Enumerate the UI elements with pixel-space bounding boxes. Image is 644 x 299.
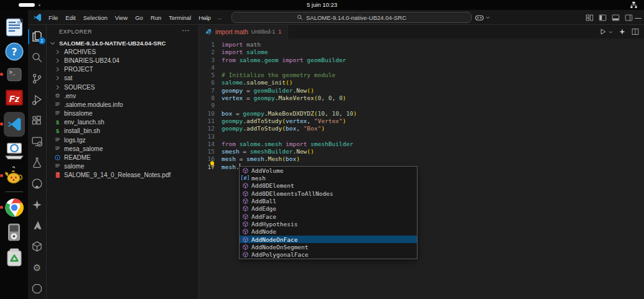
dock-media-player-icon[interactable] bbox=[4, 223, 25, 242]
code-line-15[interactable]: 15smesh = smeshBuilder.New() bbox=[199, 148, 644, 155]
suggest-item-AddBall[interactable]: AddBall bbox=[240, 197, 417, 205]
code-line-7[interactable]: 7geompy = geomBuilder.New() bbox=[199, 87, 644, 94]
customize-layout-icon[interactable] bbox=[586, 14, 594, 22]
suggest-item-AddPolygonalFace[interactable]: AddPolygonalFace bbox=[240, 251, 417, 259]
code-line-4[interactable]: 4 bbox=[199, 64, 644, 71]
dock-terminal-icon[interactable]: >_ bbox=[4, 66, 25, 83]
activity-cube-icon[interactable] bbox=[28, 236, 47, 257]
tab-untitled-1[interactable]: import math Untitled-1 1 bbox=[199, 25, 288, 39]
dock-libreoffice-writer-icon[interactable] bbox=[4, 17, 25, 37]
dock-chrome-icon[interactable] bbox=[4, 197, 25, 218]
tree-folder-ARCHIVES[interactable]: ARCHIVES bbox=[47, 47, 198, 56]
more-actions-icon[interactable]: ⋯ bbox=[182, 26, 190, 35]
dock-trash-icon[interactable] bbox=[4, 246, 25, 267]
nav-back-icon[interactable]: ← bbox=[203, 14, 210, 21]
toggle-sidebar-icon[interactable] bbox=[599, 14, 607, 22]
nav-forward-icon[interactable]: → bbox=[216, 14, 223, 21]
code-line-3[interactable]: 3from salome.geom import geomBuilder bbox=[199, 57, 644, 64]
tree-file-logs.tgz[interactable]: logs.tgz bbox=[47, 136, 198, 144]
toggle-panel-icon[interactable] bbox=[612, 14, 620, 22]
window-minimize-button[interactable]: — bbox=[635, 10, 642, 25]
tree-file-.env[interactable]: ⚙.env bbox=[47, 91, 198, 100]
code-line-16[interactable]: 16mesh = smesh.Mesh(box) bbox=[199, 155, 644, 163]
copilot-menu[interactable] bbox=[475, 12, 490, 23]
tree-file-README[interactable]: README bbox=[47, 153, 198, 162]
code-line-14[interactable]: 14from salome.smesh import smeshBuilder bbox=[199, 140, 644, 148]
code-line-5[interactable]: 5# Initialize the geometry module bbox=[199, 71, 644, 79]
sparkle-icon[interactable] bbox=[618, 28, 626, 35]
code-line-9[interactable]: 9 bbox=[199, 102, 644, 109]
suggest-widget: AddVolume[ø]meshAdd0DElementAdd0DElement… bbox=[239, 166, 418, 259]
tree-file-mesa_salome[interactable]: mesa_salome bbox=[47, 144, 198, 153]
code-line-1[interactable]: 1import math bbox=[199, 41, 644, 48]
line-number: 5 bbox=[199, 71, 222, 79]
dock-teapot-app-icon[interactable] bbox=[4, 165, 25, 186]
code-line-6[interactable]: 6salome.salome_init() bbox=[199, 79, 644, 86]
tree-folder-SOURCES[interactable]: SOURCES bbox=[47, 83, 198, 91]
code-line-8[interactable]: 8vertex = geompy.MakeVertex(0, 0, 0) bbox=[199, 94, 644, 102]
suggest-item-AddFace[interactable]: AddFace bbox=[240, 213, 417, 220]
toggle-secondary-sidebar-icon[interactable] bbox=[625, 14, 633, 22]
dock-help-icon[interactable]: ? bbox=[4, 42, 25, 62]
tree-folder-BINARIES-UB24.04[interactable]: BINARIES-UB24.04 bbox=[47, 56, 198, 65]
suggest-item-AddVolume[interactable]: AddVolume bbox=[240, 167, 417, 174]
activity-source-control-icon[interactable] bbox=[28, 68, 47, 90]
code-line-10[interactable]: 10box = geompy.MakeBoxDXDYDZ(10, 10, 10) bbox=[199, 110, 644, 117]
activity-run-debug-icon[interactable] bbox=[28, 89, 47, 110]
activity-octagon-icon[interactable] bbox=[28, 278, 47, 299]
tree-folder-sat[interactable]: sat bbox=[47, 74, 198, 83]
split-editor-icon[interactable] bbox=[632, 28, 639, 35]
run-dropdown-chevron-icon[interactable] bbox=[609, 30, 613, 34]
menu-go[interactable]: Go bbox=[131, 12, 147, 23]
copilot-icon bbox=[475, 13, 484, 22]
desktop: 5 juin 10:23 ?>_Fz FileEditSelectionView… bbox=[0, 0, 644, 299]
tree-file-salome[interactable]: salome bbox=[47, 162, 198, 171]
activity-search-icon[interactable] bbox=[28, 47, 47, 68]
run-python-icon[interactable] bbox=[599, 28, 607, 35]
code-line-12[interactable]: 12geompy.addToStudy(box, "Box") bbox=[199, 125, 644, 132]
activity-gear-icon[interactable]: ⚙ bbox=[28, 257, 47, 278]
dock-filezilla-icon[interactable]: Fz bbox=[4, 88, 25, 108]
tree-root-folder[interactable]: SALOME-9.14.0-NATIVE-UB24.04-SRC bbox=[47, 39, 198, 47]
suggest-item-Add0DElement[interactable]: Add0DElement bbox=[240, 182, 417, 190]
activity-testing-icon[interactable] bbox=[28, 152, 47, 173]
suggest-item-AddEdge[interactable]: AddEdge bbox=[240, 205, 417, 213]
code-line-2[interactable]: 2import salome bbox=[199, 48, 644, 56]
dock-cad-viewer-icon[interactable] bbox=[4, 141, 25, 161]
suggest-item-AddHypothesis[interactable]: AddHypothesis bbox=[240, 220, 417, 228]
menu-file[interactable]: File bbox=[45, 12, 62, 23]
dock-vscode-icon[interactable] bbox=[4, 112, 25, 137]
network-icon[interactable] bbox=[630, 1, 638, 9]
menu-edit[interactable]: Edit bbox=[62, 12, 79, 23]
code-line-11[interactable]: 11geompy.addToStudy(vertex, "Vertex") bbox=[199, 117, 644, 125]
suggest-item-Add0DElementsToAllNodes[interactable]: Add0DElementsToAllNodes bbox=[240, 190, 417, 197]
tree-folder-PROJECT[interactable]: PROJECT bbox=[47, 65, 198, 74]
menu-run[interactable]: Run bbox=[147, 12, 165, 23]
suggest-item-mesh[interactable]: [ø]mesh bbox=[240, 174, 417, 182]
menu-terminal[interactable]: Terminal bbox=[165, 12, 195, 23]
pdf-file-icon bbox=[54, 172, 62, 179]
activity-copilot-icon[interactable] bbox=[28, 194, 47, 215]
tree-file-binsalome[interactable]: binsalome bbox=[47, 109, 198, 118]
activity-azure-icon[interactable] bbox=[28, 215, 47, 236]
explorer-header: EXPLORER ⋯ bbox=[47, 25, 198, 39]
tree-file-install_bin.sh[interactable]: $install_bin.sh bbox=[47, 127, 198, 136]
menu-selection[interactable]: Selection bbox=[80, 12, 111, 23]
activity-explorer-icon[interactable]: 2 bbox=[28, 26, 47, 47]
suggest-item-AddNodeOnSegment[interactable]: AddNodeOnSegment bbox=[240, 243, 417, 251]
suggest-item-AddNodeOnFace[interactable]: AddNodeOnFace bbox=[240, 236, 417, 243]
command-center-search[interactable]: SALOME-9.14.0-native-UB24.04-SRC bbox=[231, 12, 472, 23]
activity-github-icon[interactable] bbox=[28, 173, 47, 194]
system-clock[interactable]: 5 juin 10:23 bbox=[0, 1, 644, 8]
lightbulb-icon[interactable] bbox=[208, 160, 216, 168]
suggest-item-AddNode[interactable]: AddNode bbox=[240, 228, 417, 236]
tree-file-SALOME_9_14_0_Release_Notes.pdf[interactable]: SALOME_9_14_0_Release_Notes.pdf bbox=[47, 171, 198, 180]
line-number: 14 bbox=[199, 140, 222, 148]
menu-view[interactable]: View bbox=[111, 12, 131, 23]
activity-extensions-icon[interactable] bbox=[28, 110, 47, 131]
shell-file-icon: $ bbox=[54, 127, 62, 135]
activity-remote-explorer-icon[interactable] bbox=[28, 131, 47, 152]
code-line-13[interactable]: 13 bbox=[199, 133, 644, 140]
tree-file-env_launch.sh[interactable]: $env_launch.sh bbox=[47, 118, 198, 127]
tree-file-.salome.modules.info[interactable]: .salome.modules.info bbox=[47, 100, 198, 109]
